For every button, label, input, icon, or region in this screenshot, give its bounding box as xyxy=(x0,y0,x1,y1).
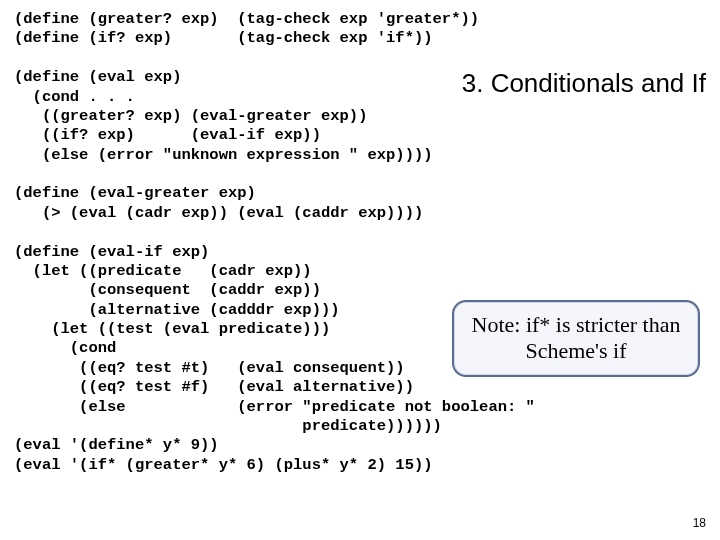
note-callout: Note: if* is stricter than Scheme's if xyxy=(452,300,700,377)
page-number: 18 xyxy=(693,516,706,530)
section-title: 3. Conditionals and If xyxy=(462,68,706,99)
